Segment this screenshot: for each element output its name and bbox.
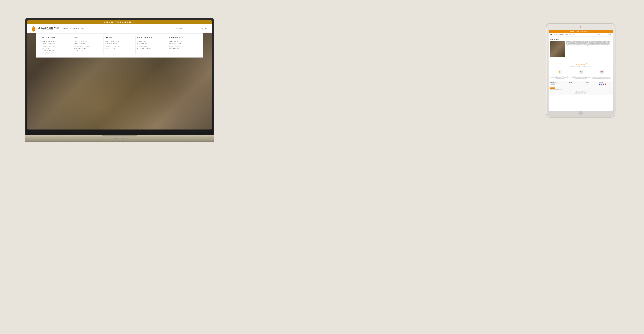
tab-usa-made-icon: 🇺🇸 — [600, 70, 604, 74]
laptop-device: FREE SHIPPING OVER $100. — [25, 18, 214, 146]
dropdown-item[interactable]: BASIC TEES — [74, 50, 102, 51]
dropdown-item[interactable]: GRAPHIC TEES — [106, 43, 134, 44]
laptop-dropdown-menu: COLLECTIONS FIND YOUR STATE LOCALLY GROW… — [36, 33, 203, 57]
laptop-topbar-text: FREE SHIPPING OVER $100. — [104, 21, 135, 23]
dropdown-item[interactable]: GIFT CARDS — [169, 48, 197, 49]
tablet-camera — [580, 26, 582, 28]
tab-help-label: Help — [570, 82, 585, 83]
tablet-screen: FREE SHIPPING OVER $100. 🐓 LOCALLY GROWN… — [548, 30, 613, 111]
svg-point-1 — [32, 26, 34, 28]
tab-footer-newsletter: Newsletter SIGN UP Stay up to date on ex… — [550, 82, 568, 90]
laptop-search-input[interactable] — [179, 28, 197, 29]
svg-point-4 — [33, 27, 34, 28]
laptop-cart-button[interactable]: 🛒 Cart — [200, 27, 208, 30]
tab-feature-sustainable: 🌿 Sustainable We use organic cotton and … — [570, 70, 591, 80]
tab-twitter-icon[interactable]: t — [601, 84, 602, 85]
tab-search-input[interactable] — [597, 34, 608, 35]
dropdown-header-accessories: ACCESSORIES — [169, 36, 197, 39]
tab-page-title: Our Story — [550, 38, 611, 40]
tab-story-text: It began in the heart of Iowa with a sim… — [566, 41, 611, 57]
svg-rect-7 — [34, 31, 34, 31]
laptop-nav-shop[interactable]: SHOP — [62, 28, 68, 29]
dropdown-item[interactable]: FIND YOUR STATE — [106, 41, 134, 42]
dropdown-item[interactable]: LOCALLY GROWN — [42, 43, 70, 44]
laptop-rooster-icon — [31, 26, 36, 32]
dropdown-header-collections: COLLECTIONS — [42, 36, 70, 39]
dropdown-item[interactable]: GRAPHIC ONESIE — [137, 48, 166, 49]
tab-story-image — [550, 41, 564, 57]
dropdown-item[interactable]: GRAPHIC TEES — [74, 43, 102, 44]
dropdown-item[interactable]: MERINO + COTTON — [106, 45, 134, 47]
tab-nav-shop[interactable]: SHOP — [566, 34, 568, 35]
svg-marker-2 — [32, 26, 32, 27]
laptop-base-label: MacBook — [114, 138, 125, 140]
tablet-home-button[interactable] — [579, 111, 583, 115]
dropdown-col-kids: KIDS + BABIES STATE KIDS GRAPHIC KIDS ST… — [136, 36, 168, 54]
dropdown-item[interactable]: CAPS + GLOVES — [169, 41, 197, 42]
tab-about-item[interactable]: Blog — [586, 86, 598, 86]
tab-navbar: 🐓 LOCALLY GROWN® CLOTHING COMPANY SHOP O… — [548, 33, 613, 36]
laptop-search-bar[interactable]: 🔍 — [175, 27, 198, 30]
tab-sustainable-text: We use organic cotton and eco-friendly a… — [570, 76, 591, 79]
tab-help-item[interactable]: FAQ — [570, 85, 585, 85]
tab-amex-icon — [581, 92, 583, 94]
dropdown-item[interactable]: FIND YOUR STATE — [42, 41, 70, 42]
dropdown-item[interactable]: GET OUTDOORS — [42, 50, 70, 51]
dropdown-item[interactable]: BASIC TEES — [106, 48, 134, 49]
tab-about-item[interactable]: Our Tees — [586, 85, 598, 85]
tab-rooster-icon: 🐓 — [550, 33, 552, 35]
laptop-brand-name: LOCALLY GROWN® — [38, 27, 59, 29]
tab-quote-text: "Locally Grown communicates a message of… — [550, 62, 611, 65]
dropdown-item[interactable]: KITCHEN + HOME — [169, 43, 197, 44]
dropdown-item[interactable]: FOODIES — [42, 48, 70, 49]
tab-feature-usa-made: 🇺🇸 USA Made We are proud to source and m… — [592, 70, 612, 80]
tab-hand-crafted-text: We screen print our tees by hand, a labo… — [550, 76, 570, 79]
dropdown-header-men: MEN — [74, 36, 102, 39]
laptop-brand-sub: CLOTHING COMPANY — [38, 29, 59, 30]
dropdown-item[interactable]: STATE KIDS — [137, 41, 166, 42]
dropdown-col-collections: COLLECTIONS FIND YOUR STATE LOCALLY GROW… — [40, 36, 72, 54]
tab-sustainable-title: Sustainable — [570, 74, 591, 75]
tab-about-label: About — [586, 82, 598, 83]
tab-topbar: FREE SHIPPING OVER $100. — [548, 30, 613, 33]
dropdown-item[interactable]: THE BREW CREW — [42, 45, 70, 47]
tab-social-icons: f t i p — [599, 84, 611, 85]
tab-help-item[interactable]: Shipping & Return — [570, 84, 585, 84]
tab-usa-made-text: We are proud to source and manufacture a… — [592, 76, 612, 80]
dropdown-item[interactable]: STATE ONESIE — [137, 45, 166, 47]
tab-cart-button[interactable]: Cart — [608, 34, 611, 35]
tab-help-item[interactable]: Size Chart — [570, 86, 585, 86]
tab-facebook-icon[interactable]: f — [599, 84, 600, 85]
dropdown-item[interactable]: BAGS + WALLETS — [169, 45, 197, 47]
tab-usa-made-title: USA Made — [592, 74, 612, 75]
laptop-navbar: LOCALLY GROWN® CLOTHING COMPANY SHOP ▾ O… — [27, 24, 212, 33]
tab-newsletter-label: Newsletter — [550, 82, 568, 83]
dropdown-item[interactable]: OUTERWEAR + FLEECE — [74, 45, 102, 47]
tab-footer-grid: Newsletter SIGN UP Stay up to date on ex… — [550, 82, 611, 90]
tab-newsletter-input[interactable] — [550, 84, 560, 85]
laptop-screen: FREE SHIPPING OVER $100. — [27, 20, 212, 130]
laptop-nav-story[interactable]: OUR STORY — [74, 28, 84, 29]
dropdown-item[interactable]: GRAPHIC KIDS — [137, 43, 166, 44]
tab-instagram-icon[interactable]: i — [603, 84, 604, 85]
dropdown-item[interactable]: AVAILABLE NOW — [42, 52, 70, 54]
tab-help-item[interactable]: Wholesale Inquiries — [570, 87, 585, 87]
svg-marker-3 — [34, 26, 35, 27]
svg-rect-6 — [33, 31, 34, 31]
laptop-logo-area: LOCALLY GROWN® CLOTHING COMPANY — [31, 26, 59, 32]
dropdown-item[interactable]: MERINO + COTTON — [74, 48, 102, 49]
tab-nav-story[interactable]: OUR STORY — [569, 34, 575, 35]
tab-topbar-text: FREE SHIPPING OVER $100. — [570, 31, 591, 32]
dropdown-item[interactable]: FIND YOUR STATE — [74, 41, 102, 42]
tab-hand-crafted-icon: ✋ — [558, 70, 562, 74]
tab-signup-button[interactable]: SIGN UP — [550, 87, 555, 89]
tab-nav-links: SHOP OUR STORY — [566, 34, 596, 35]
tab-content-area: Our Story It began in the heart of Iowa … — [548, 36, 613, 61]
tab-pinterest-icon[interactable]: p — [605, 84, 606, 85]
tablet-body: FREE SHIPPING OVER $100. 🐓 LOCALLY GROWN… — [546, 23, 616, 118]
laptop-screen-bezel: FREE SHIPPING OVER $100. — [27, 20, 212, 130]
dropdown-col-women: WOMEN FIND YOUR STATE GRAPHIC TEES MERIN… — [104, 36, 136, 54]
tab-hashtag: #SupportLocal — [599, 86, 611, 86]
tab-footer-about: About Our Story Our Tees Blog — [586, 82, 598, 90]
tab-about-item[interactable]: Our Story — [586, 84, 598, 84]
